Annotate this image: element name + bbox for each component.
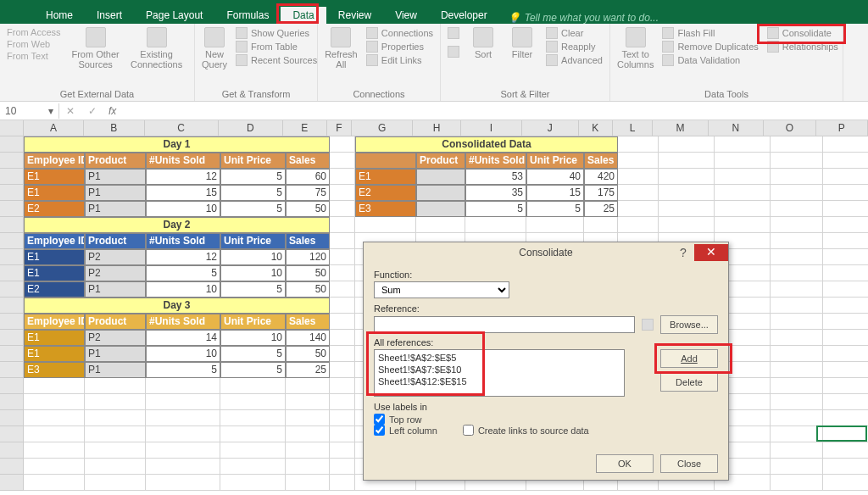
from-text-button[interactable]: From Text (7, 51, 61, 61)
delete-button[interactable]: Delete (660, 373, 718, 392)
active-cell-cursor (816, 425, 867, 442)
dialog-close-button[interactable]: ✕ (694, 244, 728, 261)
group-label-sortfilter: Sort & Filter (448, 89, 603, 99)
tab-home[interactable]: Home (34, 7, 85, 24)
t2c-icon (626, 27, 646, 47)
from-web-button[interactable]: From Web (7, 39, 61, 49)
from-access-button[interactable]: From Access (7, 27, 61, 37)
left-column-checkbox[interactable]: Left column (374, 425, 437, 436)
enter-icon[interactable]: ✓ (81, 105, 103, 117)
create-links-checkbox[interactable]: Create links to source data (463, 425, 589, 436)
tab-formulas[interactable]: Formulas (214, 7, 281, 24)
connections-button[interactable]: Connections (366, 27, 433, 39)
show-queries-button[interactable]: Show Queries (236, 27, 317, 39)
close-button[interactable]: Close (660, 454, 718, 473)
refresh-icon (331, 27, 351, 47)
tab-page-layout[interactable]: Page Layout (134, 7, 214, 24)
tab-insert[interactable]: Insert (85, 7, 134, 24)
function-label: Function: (374, 270, 718, 280)
add-button[interactable]: Add (660, 349, 718, 368)
tab-data[interactable]: Data (281, 7, 326, 24)
function-select[interactable]: Sum (374, 281, 509, 298)
all-references-list[interactable]: Sheet1!$A$2:$E$5 Sheet1!$A$7:$E$10 Sheet… (374, 349, 625, 397)
range-picker-icon[interactable] (642, 319, 654, 331)
tab-review[interactable]: Review (326, 7, 383, 24)
relationships-button[interactable]: Relationships (767, 41, 838, 53)
ribbon-tabs: Home Insert Page Layout Formulas Data Re… (0, 5, 868, 24)
formula-bar: 10▾ ✕ ✓ fx (0, 102, 868, 120)
filter-icon (512, 27, 532, 47)
ok-button[interactable]: OK (596, 454, 654, 473)
flash-fill-button[interactable]: Flash Fill (662, 27, 758, 39)
clear-button[interactable]: Clear (546, 27, 603, 39)
new-query-button[interactable]: New Query (202, 27, 227, 70)
use-labels-label: Use labels in (374, 402, 718, 412)
fx-icon[interactable]: fx (103, 105, 121, 117)
group-label-transform: Get & Transform (202, 89, 310, 99)
reapply-button[interactable]: Reapply (546, 41, 603, 53)
connections-icon (147, 27, 167, 47)
sort-button[interactable]: Sort (468, 27, 498, 59)
dialog-help-button[interactable]: ? (672, 246, 694, 259)
browse-button[interactable]: Browse... (660, 315, 718, 334)
advanced-button[interactable]: Advanced (546, 54, 603, 66)
new-query-icon (204, 27, 225, 47)
tell-me-search[interactable]: 💡 Tell me what you want to do... (508, 12, 659, 24)
all-references-label: All references: (374, 337, 718, 348)
remove-duplicates-button[interactable]: Remove Duplicates (662, 41, 758, 53)
consolidate-dialog: Consolidate ? ✕ Function: Sum Reference:… (363, 242, 729, 481)
text-to-columns-button[interactable]: Text to Columns (617, 27, 654, 70)
filter-button[interactable]: Filter (507, 27, 537, 59)
data-validation-button[interactable]: Data Validation (662, 54, 758, 66)
refresh-all-button[interactable]: Refresh All (325, 27, 358, 70)
group-label-extdata: Get External Data (7, 89, 187, 99)
tab-developer[interactable]: Developer (429, 7, 499, 24)
recent-sources-button[interactable]: Recent Sources (236, 54, 317, 66)
properties-button[interactable]: Properties (366, 41, 433, 53)
from-other-sources-button[interactable]: From Other Sources (70, 27, 122, 70)
lightbulb-icon: 💡 (508, 12, 520, 24)
group-label-connections: Connections (325, 89, 433, 99)
other-sources-icon (86, 27, 106, 47)
sort-desc-icon[interactable] (448, 46, 459, 58)
edit-links-button[interactable]: Edit Links (366, 54, 433, 66)
tell-me-text: Tell me what you want to do... (525, 12, 659, 24)
group-label-datatools: Data Tools (617, 89, 836, 99)
chevron-down-icon: ▾ (48, 105, 53, 117)
from-table-button[interactable]: From Table (236, 41, 317, 53)
reference-label: Reference: (374, 303, 718, 314)
tab-view[interactable]: View (383, 7, 429, 24)
ribbon: From Access From Web From Text From Othe… (0, 24, 868, 102)
existing-connections-button[interactable]: Existing Connections (131, 27, 183, 70)
reference-input[interactable] (374, 316, 635, 333)
cancel-icon[interactable]: ✕ (59, 105, 81, 117)
sort-icon (473, 27, 493, 47)
dialog-title: Consolidate (519, 247, 572, 259)
name-box[interactable]: 10▾ (0, 103, 59, 119)
consolidate-button[interactable]: Consolidate (767, 27, 838, 39)
sort-asc-icon[interactable] (448, 27, 459, 39)
top-row-checkbox[interactable]: Top row (374, 414, 718, 425)
